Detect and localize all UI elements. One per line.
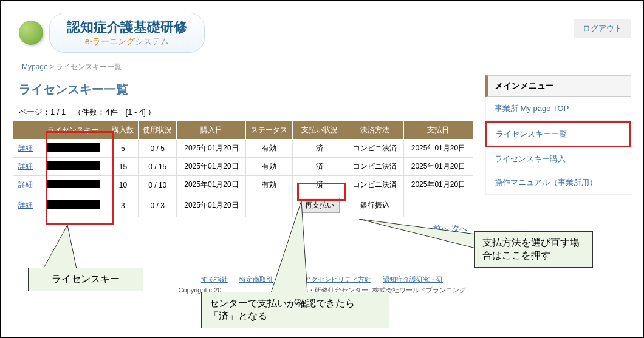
table-row: 詳細30 / 32025年01月20日再支払い銀行振込: [13, 194, 473, 217]
callout-pointer-2: [271, 201, 313, 295]
table-cell: 5: [108, 140, 138, 158]
footer-link-0[interactable]: する指針: [201, 275, 228, 283]
callout-pointer-1: [43, 225, 80, 271]
table-row: 詳細100 / 102025年01月20日有効済コンビニ決済2025年01月20…: [13, 176, 473, 194]
logo-icon: [19, 21, 43, 45]
table-header: 決済方法: [346, 121, 404, 140]
table-header: 使用状況: [138, 121, 176, 140]
table-cell: [403, 194, 473, 217]
footer-link-3[interactable]: 認知症介護研究・研: [383, 275, 443, 283]
sidebar-item-manual[interactable]: 操作マニュアル（事業所用）: [485, 171, 631, 195]
table-row: 詳細50 / 52025年01月20日有効済コンビニ決済2025年01月20日: [13, 140, 473, 158]
table-header: ライセンスキー: [38, 121, 108, 140]
table-cell: 2025年01月20日: [177, 158, 246, 176]
license-table: ライセンスキー購入数使用状況購入日ステータス支払い状況決済方法支払日 詳細50 …: [13, 121, 473, 217]
table-cell: コンビニ決済: [346, 158, 404, 176]
sidebar-item-license-list[interactable]: ライセンスキー一覧: [485, 121, 631, 147]
table-cell: コンビニ決済: [346, 176, 404, 194]
site-title: 認知症介護基礎研修 e-ラーニングシステム: [49, 13, 205, 53]
title-sub: e-ラーニングシステム: [67, 36, 187, 47]
table-cell: 2025年01月20日: [403, 140, 473, 158]
pay-status-cell: 済: [293, 176, 346, 194]
table-cell: 0 / 15: [138, 158, 176, 176]
table-cell: 2025年01月20日: [177, 194, 246, 217]
table-header: [13, 121, 38, 140]
detail-link[interactable]: 詳細: [13, 140, 38, 158]
callout-license-key: ライセンスキー: [28, 268, 143, 291]
table-cell: 銀行振込: [346, 194, 404, 217]
table-cell: 2025年01月20日: [177, 176, 246, 194]
table-cell: 2025年01月20日: [403, 176, 473, 194]
detail-link[interactable]: 詳細: [13, 194, 38, 217]
table-cell: 0 / 5: [138, 140, 176, 158]
breadcrumb: Mypage > ライセンスキー一覧: [1, 59, 643, 75]
table-header: 購入日: [177, 121, 246, 140]
page-title: ライセンスキー一覧: [19, 81, 473, 98]
title-main: 認知症介護基礎研修: [67, 18, 187, 36]
page-info: ページ：1 / 1 （件数：4件 [1 - 4] ）: [19, 107, 473, 118]
callout-payment-done: センターで支払いが確認できたら「済」となる: [201, 292, 389, 328]
footer-link-1[interactable]: 特定商取引: [239, 275, 273, 283]
table-cell: 有効: [246, 140, 293, 158]
logout-button[interactable]: ログアウト: [574, 19, 631, 38]
table-cell: 0 / 10: [138, 176, 176, 194]
license-key-redacted: [46, 143, 100, 152]
pay-status-cell: 済: [293, 140, 346, 158]
table-header: 支払い状況: [293, 121, 346, 140]
pay-status-cell: 済: [293, 158, 346, 176]
svg-marker-1: [271, 201, 307, 293]
menu-title: メインメニュー: [485, 75, 631, 97]
detail-link[interactable]: 詳細: [13, 176, 38, 194]
table-row: 詳細150 / 152025年01月20日有効済コンビニ決済2025年01月20…: [13, 158, 473, 176]
table-cell: 有効: [246, 158, 293, 176]
table-cell: 2025年01月20日: [177, 140, 246, 158]
table-cell: コンビニ決済: [346, 140, 404, 158]
table-cell: 0 / 3: [138, 194, 176, 217]
license-key-redacted: [46, 180, 100, 188]
license-key-redacted: [46, 200, 100, 209]
callout-pointer-3: [359, 219, 481, 249]
table-header: ステータス: [246, 121, 293, 140]
sidebar-item-mypage[interactable]: 事業所 My page TOP: [485, 97, 631, 121]
table-cell: 2025年01月20日: [403, 158, 473, 176]
table-header: 支払日: [403, 121, 473, 140]
license-key-redacted: [46, 161, 100, 170]
table-cell: 15: [108, 158, 138, 176]
breadcrumb-current: ライセンスキー一覧: [56, 63, 122, 71]
detail-link[interactable]: 詳細: [13, 158, 38, 176]
table-cell: 10: [108, 176, 138, 194]
svg-marker-0: [43, 225, 77, 269]
callout-repay: 支払方法を選び直す場合はここを押す: [474, 231, 593, 268]
svg-marker-2: [359, 219, 476, 248]
breadcrumb-home[interactable]: Mypage: [22, 63, 48, 71]
table-header: 購入数: [108, 121, 138, 140]
table-cell: 3: [108, 194, 138, 217]
table-cell: 有効: [246, 176, 293, 194]
sidebar-item-license-buy[interactable]: ライセンスキー購入: [485, 147, 631, 171]
